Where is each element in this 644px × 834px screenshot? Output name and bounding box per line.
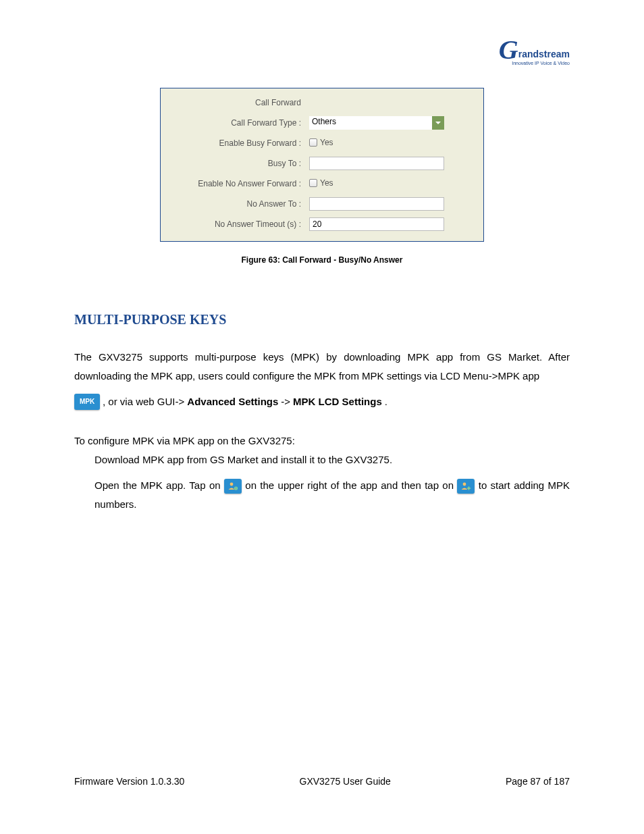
- footer-firmware: Firmware Version 1.0.3.30: [74, 776, 184, 787]
- call-forward-panel: Call Forward Call Forward Type : Others …: [160, 88, 484, 242]
- select-value: Others: [309, 116, 432, 130]
- enable-no-answer-forward-label: Enable No Answer Forward :: [161, 179, 309, 188]
- text-bold: Advanced Settings: [187, 392, 278, 411]
- section-heading: MULTI-PURPOSE KEYS: [74, 312, 570, 328]
- footer-title: GXV3275 User Guide: [300, 776, 391, 787]
- svg-point-0: [230, 483, 234, 486]
- contact-settings-icon: [224, 479, 242, 494]
- logo-brand: randstream: [518, 49, 570, 59]
- enable-busy-forward-checkbox[interactable]: Yes: [309, 138, 333, 147]
- no-answer-timeout-label: No Answer Timeout (s) :: [161, 219, 309, 229]
- checkbox-label: Yes: [320, 178, 333, 188]
- figure-caption: Figure 63: Call Forward - Busy/No Answer: [74, 255, 570, 265]
- checkbox-box: [309, 179, 317, 187]
- checkbox-box: [309, 138, 317, 147]
- no-answer-to-input[interactable]: [309, 197, 444, 211]
- logo-mark: G: [499, 41, 518, 59]
- busy-to-label: Busy To :: [161, 159, 309, 168]
- instruction-list: Download MPK app from GS Market and inst…: [74, 450, 570, 514]
- list-item: Open the MPK app. Tap on on the upper ri…: [74, 476, 570, 514]
- brand-logo: Grandstream Innovative IP Voice & Video: [499, 41, 570, 66]
- panel-title: Call Forward: [161, 98, 309, 107]
- paragraph: The GXV3275 supports multi-purpose keys …: [74, 348, 570, 386]
- text: Open the MPK app. Tap on: [95, 479, 221, 491]
- checkbox-label: Yes: [320, 138, 333, 147]
- contact-add-icon: [457, 479, 475, 494]
- no-answer-timeout-input[interactable]: [309, 217, 444, 231]
- chevron-down-icon: [432, 116, 444, 130]
- page-footer: Firmware Version 1.0.3.30 GXV3275 User G…: [74, 776, 570, 787]
- busy-to-input[interactable]: [309, 157, 444, 170]
- mpk-app-icon: MPK: [74, 394, 100, 410]
- text-bold: MPK LCD Settings: [293, 392, 382, 411]
- call-forward-type-label: Call Forward Type :: [161, 118, 309, 128]
- no-answer-to-label: No Answer To :: [161, 199, 309, 209]
- footer-page: Page 87 of 187: [506, 776, 570, 787]
- text: on the upper right of the app and then t…: [245, 479, 454, 491]
- text: , or via web GUI->: [103, 392, 184, 411]
- list-item: Download MPK app from GS Market and inst…: [74, 450, 570, 469]
- enable-no-answer-forward-checkbox[interactable]: Yes: [309, 178, 333, 188]
- text: .: [385, 392, 387, 411]
- svg-point-2: [463, 483, 466, 486]
- intro-line: To configure MPK via MPK app on the GXV3…: [74, 432, 570, 450]
- enable-busy-forward-label: Enable Busy Forward :: [161, 138, 309, 148]
- paragraph: MPK , or via web GUI-> Advanced Settings…: [74, 392, 570, 411]
- text: ->: [281, 392, 290, 411]
- call-forward-type-select[interactable]: Others: [309, 116, 444, 130]
